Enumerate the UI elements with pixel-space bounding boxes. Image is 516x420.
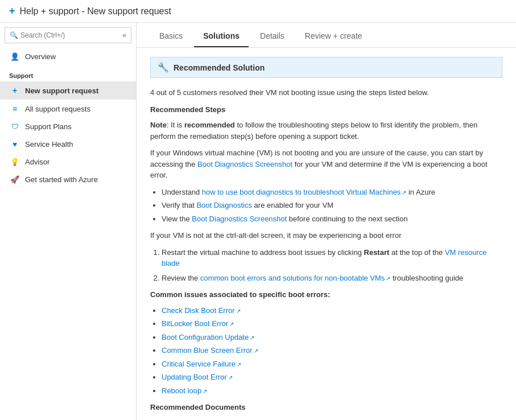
plus-icon: + [9, 86, 20, 95]
sidebar-item-label: Support Plans [25, 122, 72, 131]
shield-icon: 🛡 [9, 122, 20, 131]
sidebar-item-support-plans[interactable]: 🛡 Support Plans [0, 118, 136, 135]
check-disk-boot-error-link[interactable]: Check Disk Boot Error [162, 306, 235, 315]
note-bold-label: Note [150, 121, 167, 129]
recommended-bold: recommended [184, 121, 235, 129]
sidebar-nav: 👤 Overview Support + New support request… [0, 48, 136, 420]
sidebar-item-service-health[interactable]: ♥ Service Health [0, 135, 136, 153]
ext-icon-2: ↗ [229, 321, 234, 327]
boot-error-reboot-loop: Reboot loop↗ [162, 385, 502, 397]
search-box[interactable]: 🔍 « [5, 27, 131, 43]
boot-error-updating-boot: Updating Boot Error↗ [162, 372, 502, 383]
sidebar-item-label: Get started with Azure [25, 175, 98, 184]
sidebar: 🔍 « 👤 Overview Support + New support req… [0, 23, 137, 420]
common-blue-screen-error-link[interactable]: Common Blue Screen Error [162, 346, 253, 355]
rocket-icon: 🚀 [9, 175, 20, 184]
common-boot-errors-link[interactable]: common boot errors and solutions for non… [200, 274, 385, 282]
bullet-item-1: Understand how to use boot diagnostics t… [162, 187, 502, 198]
sidebar-item-get-started-azure[interactable]: 🚀 Get started with Azure [0, 171, 136, 188]
ext-icon-5: ↗ [237, 361, 241, 368]
heart-icon: ♥ [9, 140, 20, 149]
recommended-banner: 🔧 Recommended Solution [150, 57, 502, 78]
main-layout: 🔍 « 👤 Overview Support + New support req… [0, 23, 516, 420]
boot-diagnostics-screenshot-link-2[interactable]: Boot Diagnostics Screenshot [192, 215, 287, 223]
boot-error-check-disk: Check Disk Boot Error↗ [162, 305, 502, 316]
ext-icon-1: ↗ [236, 308, 241, 314]
ordered-item-1: Restart the virtual machine to address b… [162, 247, 502, 269]
doc-item-rdp: Review the RDP troubleshooting guide↗ [162, 418, 502, 421]
content-area: Basics Solutions Details Review + create… [137, 23, 516, 420]
sidebar-item-all-support-requests[interactable]: ≡ All support requests [0, 100, 136, 118]
reboot-loop-link[interactable]: Reboot loop [162, 386, 201, 395]
ext-icon-4: ↗ [254, 348, 258, 354]
intro-text: 4 out of 5 customers resolved their VM n… [150, 87, 502, 98]
wrench-icon: 🔧 [158, 62, 169, 73]
note-paragraph: Note: It is recommended to follow the tr… [150, 120, 502, 142]
tabs: Basics Solutions Details Review + create [137, 23, 516, 48]
boot-error-boot-configuration: Boot Configuration Update↗ [162, 332, 502, 343]
ordered-item-2: Review the common boot errors and soluti… [162, 273, 502, 284]
updating-boot-error-link[interactable]: Updating Boot Error [162, 373, 227, 381]
how-to-use-boot-diagnostics-link[interactable]: how to use boot diagnostics to troublesh… [202, 188, 401, 196]
search-input[interactable] [20, 31, 120, 39]
tab-solutions[interactable]: Solutions [194, 26, 249, 47]
bullet-item-3: View the Boot Diagnostics Screenshot bef… [162, 213, 502, 225]
search-icon: 🔍 [10, 31, 18, 39]
sidebar-item-new-support-request[interactable]: + New support request [0, 81, 136, 100]
boot-diagnostics-link[interactable]: Boot Diagnostics [196, 201, 252, 209]
bullet-list-1: Understand how to use boot diagnostics t… [150, 187, 502, 225]
sidebar-item-label: Advisor [25, 158, 49, 166]
section2-title: Common issues associated to specific boo… [150, 289, 502, 300]
tab-basics[interactable]: Basics [150, 26, 192, 47]
ctrl-alt-del-para: If your VM is not at the ctrl-alt-del sc… [150, 230, 502, 241]
sidebar-item-label: Service Health [25, 140, 73, 149]
sidebar-item-label: New support request [25, 87, 98, 95]
restart-bold: Restart [364, 248, 390, 257]
boot-diagnostics-para: If your Windows virtual machine (VM) is … [150, 147, 502, 181]
section1-title: Recommended Steps [150, 104, 502, 116]
banner-title: Recommended Solution [174, 63, 265, 72]
sidebar-item-label: Overview [25, 52, 56, 61]
vm-resource-blade-link[interactable]: VM resource blade [162, 248, 487, 268]
section3-title: Recommended Documents [150, 402, 502, 413]
boot-error-critical-service: Critical Service Failure↗ [162, 359, 502, 370]
sidebar-item-overview[interactable]: 👤 Overview [0, 48, 136, 65]
boot-configuration-update-link[interactable]: Boot Configuration Update [162, 333, 249, 341]
sidebar-item-advisor[interactable]: 💡 Advisor [0, 153, 136, 171]
boot-error-list: Check Disk Boot Error↗ BitLocker Boot Er… [150, 305, 502, 397]
ext-icon-6: ↗ [228, 374, 233, 381]
boot-diagnostics-screenshot-link[interactable]: Boot Diagnostics Screenshot [197, 160, 292, 168]
content-scroll: 🔧 Recommended Solution 4 out of 5 custom… [137, 48, 516, 420]
list-icon: ≡ [9, 104, 20, 113]
ordered-list: Restart the virtual machine to address b… [150, 247, 502, 284]
tab-review-create[interactable]: Review + create [296, 26, 371, 47]
advisor-icon: 💡 [9, 158, 20, 166]
sidebar-section-support: Support [0, 65, 136, 81]
bullet-item-2: Verify that Boot Diagnostics are enabled… [162, 200, 502, 211]
sidebar-item-label: All support requests [25, 105, 90, 113]
collapse-icon[interactable]: « [122, 31, 126, 39]
person-icon: 👤 [9, 52, 20, 61]
ext-icon-7: ↗ [203, 388, 207, 394]
critical-service-failure-link[interactable]: Critical Service Failure [162, 360, 236, 368]
external-link-icon-1: ↗ [402, 190, 406, 196]
azure-plus-icon: + [9, 5, 15, 17]
title-bar: + Help + support - New support request [0, 0, 516, 23]
main-content: 4 out of 5 customers resolved their VM n… [150, 87, 502, 420]
tab-details[interactable]: Details [251, 26, 294, 47]
boot-error-bitlocker: BitLocker Boot Error↗ [162, 318, 502, 330]
page-title: Help + support - New support request [20, 6, 171, 17]
external-link-icon-2: ↗ [386, 275, 390, 282]
bitlocker-boot-error-link[interactable]: BitLocker Boot Error [162, 319, 228, 328]
boot-error-blue-screen: Common Blue Screen Error↗ [162, 345, 502, 356]
ext-icon-3: ↗ [250, 335, 254, 341]
recommended-docs-list: Review the RDP troubleshooting guide↗ Ac… [150, 418, 502, 421]
